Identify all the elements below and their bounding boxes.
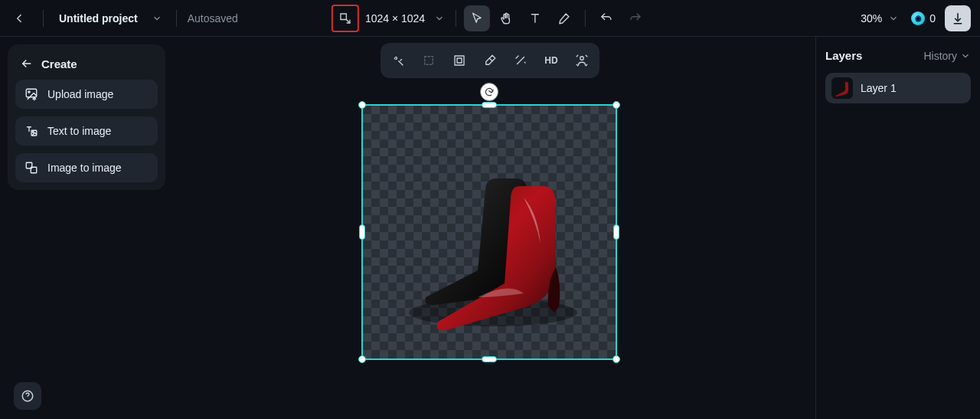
selection-handle-ne[interactable]	[612, 101, 620, 109]
text-to-image-button[interactable]: Text to image	[15, 116, 158, 146]
remove-background-tool[interactable]	[569, 47, 595, 74]
floating-toolbar: HD	[381, 43, 599, 78]
create-panel-header: Create	[15, 52, 158, 80]
selection-edge-e[interactable]	[613, 224, 619, 240]
svg-point-11	[33, 132, 34, 133]
svg-rect-15	[425, 57, 433, 65]
redo-button	[622, 5, 648, 31]
topbar-right: 30% ◉ 0	[861, 5, 971, 31]
svg-point-14	[395, 57, 397, 60]
selection-edge-w[interactable]	[359, 224, 365, 240]
image-to-image-label: Image to image	[47, 162, 122, 174]
help-icon	[21, 389, 34, 403]
help-button[interactable]	[14, 382, 41, 410]
selection-handle-se[interactable]	[612, 355, 620, 363]
text-to-image-icon	[24, 124, 38, 138]
resize-canvas-button[interactable]	[335, 8, 356, 29]
image-to-image-button[interactable]: Image to image	[15, 153, 158, 182]
selection-edge-n[interactable]	[482, 102, 497, 108]
frame-tool[interactable]	[446, 47, 472, 74]
layers-panel: Layers History Layer 1	[815, 37, 980, 419]
topbar-left: Untitled project Autosaved	[6, 5, 238, 31]
divider	[456, 10, 456, 27]
hd-upscale-tool[interactable]: HD	[538, 47, 564, 74]
crop-tool	[416, 47, 442, 74]
upload-image-icon	[24, 87, 38, 101]
text-to-image-label: Text to image	[47, 125, 111, 137]
canvas[interactable]	[363, 106, 616, 358]
canvas-size-group: 1024 × 1024	[332, 5, 448, 32]
history-label: History	[923, 50, 957, 62]
hd-label: HD	[544, 55, 557, 66]
create-panel: Create Upload image Text to image Image …	[8, 44, 165, 190]
credits-value: 0	[929, 12, 936, 25]
magic-wand-tool[interactable]	[508, 47, 534, 74]
svg-rect-17	[457, 58, 462, 63]
svg-point-6	[28, 91, 30, 93]
canvas-dimensions[interactable]: 1024 × 1024	[362, 9, 428, 28]
divider	[43, 10, 44, 27]
selection-handle-sw[interactable]	[358, 355, 366, 363]
topbar-center: 1024 × 1024	[332, 5, 648, 32]
magic-select-tool[interactable]	[385, 47, 411, 74]
history-toggle[interactable]: History	[923, 50, 971, 62]
layer-thumbnail	[831, 77, 853, 99]
zoom-control[interactable]: 30%	[861, 10, 902, 27]
upload-image-button[interactable]: Upload image	[15, 80, 158, 109]
back-button[interactable]	[6, 5, 32, 31]
svg-rect-0	[341, 14, 347, 20]
cursor-tool[interactable]	[464, 5, 490, 31]
zoom-chevron[interactable]	[885, 10, 902, 27]
download-button[interactable]	[945, 5, 971, 31]
resize-canvas-highlight	[332, 5, 359, 32]
credits-badge[interactable]: ◉ 0	[911, 11, 936, 25]
undo-button[interactable]	[593, 5, 619, 31]
layers-panel-header: Layers History	[825, 49, 971, 62]
layers-title: Layers	[825, 49, 862, 62]
chevron-down-icon	[960, 51, 971, 61]
project-title[interactable]: Untitled project	[54, 9, 142, 28]
rotate-handle[interactable]	[480, 83, 498, 101]
divider	[176, 10, 177, 27]
layer-name: Layer 1	[861, 82, 897, 94]
selection-box[interactable]	[361, 104, 617, 360]
upload-image-label: Upload image	[47, 88, 113, 100]
autosave-status: Autosaved	[188, 12, 238, 25]
selection-handle-nw[interactable]	[358, 101, 366, 109]
main-area: Create Upload image Text to image Image …	[0, 37, 980, 419]
selection-edge-s[interactable]	[482, 356, 497, 362]
credits-coin-icon: ◉	[911, 11, 925, 25]
layer-item[interactable]: Layer 1	[825, 73, 971, 103]
eraser-tool[interactable]	[477, 47, 503, 74]
create-panel-title: Create	[41, 57, 77, 70]
back-arrow-icon	[20, 57, 34, 70]
svg-point-19	[580, 57, 584, 61]
image-to-image-icon	[24, 161, 38, 175]
svg-line-18	[489, 58, 492, 61]
brush-tool[interactable]	[551, 5, 577, 31]
zoom-value: 30%	[861, 12, 882, 25]
project-menu-chevron[interactable]	[149, 10, 165, 27]
topbar: Untitled project Autosaved 1024 × 1024	[0, 0, 980, 37]
text-tool[interactable]	[522, 5, 548, 31]
svg-rect-16	[455, 56, 464, 65]
canvas-dimensions-chevron[interactable]	[431, 10, 448, 27]
hand-tool[interactable]	[493, 5, 519, 31]
divider	[585, 10, 586, 27]
